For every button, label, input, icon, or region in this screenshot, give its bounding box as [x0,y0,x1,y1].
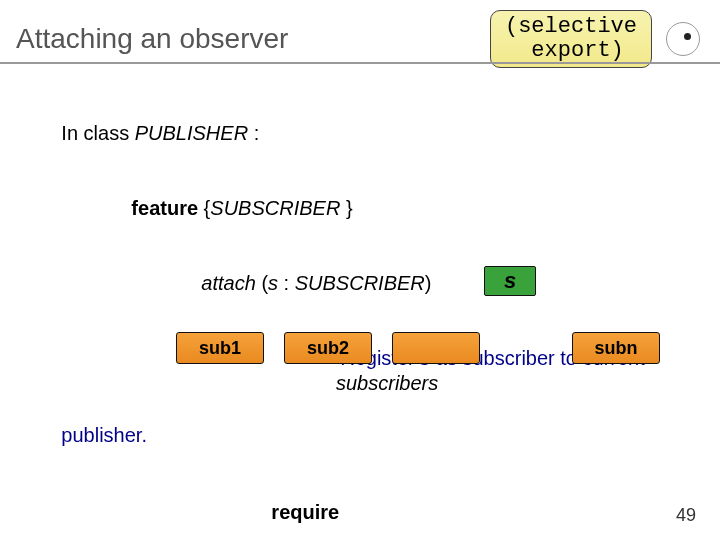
code-block: In class PUBLISHER : feature {SUBSCRIBER… [0,74,720,540]
page-number: 49 [676,505,696,526]
routine-name: attach [201,272,255,294]
class-name: SUBSCRIBER [210,197,340,219]
text: : [278,272,295,294]
s-box-label: s [504,268,516,294]
comment: publisher. [61,424,147,446]
list-item: sub2 [284,332,372,364]
param: s [268,272,278,294]
text: ) [425,272,432,294]
text: : [248,122,259,144]
box-label: sub2 [307,338,349,359]
class-name: PUBLISHER [135,122,248,144]
type-name: SUBSCRIBER [295,272,425,294]
logo-icon [666,22,700,56]
text: ( [256,272,268,294]
divider [0,62,720,64]
list-caption: subscribers [336,372,438,395]
selective-export-badge: (selective export) [490,10,652,68]
s-box: s [484,266,536,296]
text: { [198,197,210,219]
page-title: Attaching an observer [16,23,288,55]
text: } [340,197,352,219]
box-label: subn [595,338,638,359]
text: In class [61,122,134,144]
keyword-feature: feature [131,197,198,219]
keyword-require: require [271,501,339,523]
list-item [392,332,480,364]
list-item: sub1 [176,332,264,364]
box-label: sub1 [199,338,241,359]
list-item: subn [572,332,660,364]
list-boxes: sub1 sub2 subn [176,332,660,364]
